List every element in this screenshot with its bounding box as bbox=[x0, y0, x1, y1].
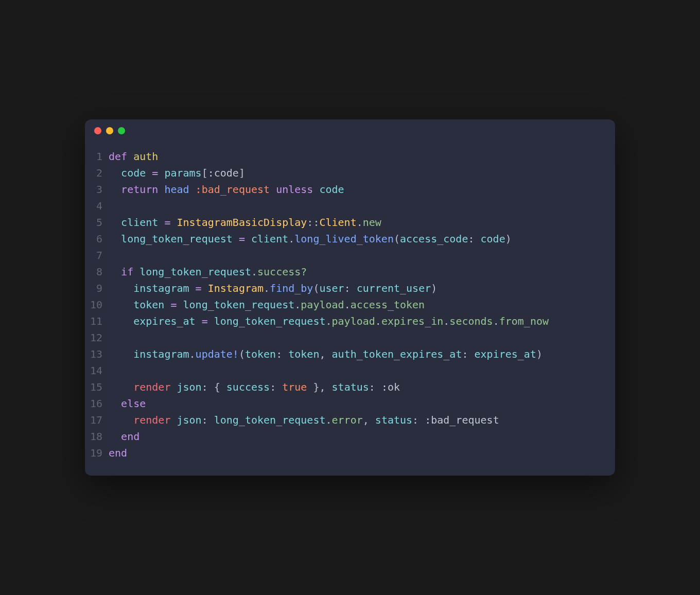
code-line[interactable]: 7 bbox=[89, 247, 605, 264]
code-content[interactable]: instagram = Instagram.find_by(user: curr… bbox=[109, 280, 605, 296]
zoom-icon[interactable] bbox=[118, 127, 125, 134]
line-number: 5 bbox=[89, 214, 109, 231]
line-number: 7 bbox=[89, 247, 109, 264]
code-content[interactable]: render json: long_token_request.error, s… bbox=[109, 412, 605, 428]
line-number: 16 bbox=[89, 395, 109, 412]
code-line[interactable]: 19end bbox=[89, 445, 605, 461]
code-content[interactable]: render json: { success: true }, status: … bbox=[109, 379, 605, 395]
minimize-icon[interactable] bbox=[106, 127, 113, 134]
code-content[interactable]: expires_at = long_token_request.payload.… bbox=[109, 313, 605, 329]
code-content[interactable]: return head :bad_request unless code bbox=[109, 181, 605, 198]
code-content[interactable]: code = params[:code] bbox=[109, 165, 605, 181]
code-content[interactable]: long_token_request = client.long_lived_t… bbox=[109, 231, 605, 247]
line-number: 19 bbox=[89, 445, 109, 461]
code-line[interactable]: 10 token = long_token_request.payload.ac… bbox=[89, 296, 605, 313]
code-line[interactable]: 1def auth bbox=[89, 148, 605, 165]
code-content[interactable]: client = InstagramBasicDisplay::Client.n… bbox=[109, 214, 605, 231]
code-line[interactable]: 2 code = params[:code] bbox=[89, 165, 605, 181]
code-line[interactable]: 4 bbox=[89, 198, 605, 214]
code-content[interactable]: def auth bbox=[109, 148, 605, 165]
close-icon[interactable] bbox=[94, 127, 101, 134]
code-content[interactable]: end bbox=[109, 428, 605, 445]
line-number: 2 bbox=[89, 165, 109, 181]
code-line[interactable]: 5 client = InstagramBasicDisplay::Client… bbox=[89, 214, 605, 231]
code-line[interactable]: 14 bbox=[89, 362, 605, 379]
code-line[interactable]: 13 instagram.update!(token: token, auth_… bbox=[89, 346, 605, 362]
code-line[interactable]: 12 bbox=[89, 329, 605, 346]
line-number: 17 bbox=[89, 412, 109, 428]
code-content[interactable] bbox=[109, 362, 605, 379]
line-number: 12 bbox=[89, 329, 109, 346]
code-content[interactable]: token = long_token_request.payload.acces… bbox=[109, 296, 605, 313]
line-number: 15 bbox=[89, 379, 109, 395]
line-number: 9 bbox=[89, 280, 109, 296]
code-content[interactable]: if long_token_request.success? bbox=[109, 264, 605, 280]
line-number: 1 bbox=[89, 148, 109, 165]
line-number: 14 bbox=[89, 362, 109, 379]
window-titlebar bbox=[85, 119, 615, 142]
line-number: 3 bbox=[89, 181, 109, 198]
line-number: 6 bbox=[89, 231, 109, 247]
code-line[interactable]: 17 render json: long_token_request.error… bbox=[89, 412, 605, 428]
code-content[interactable]: else bbox=[109, 395, 605, 412]
code-editor-window: 1def auth2 code = params[:code]3 return … bbox=[85, 119, 615, 476]
code-area[interactable]: 1def auth2 code = params[:code]3 return … bbox=[85, 142, 615, 476]
line-number: 18 bbox=[89, 428, 109, 445]
code-line[interactable]: 8 if long_token_request.success? bbox=[89, 264, 605, 280]
code-line[interactable]: 18 end bbox=[89, 428, 605, 445]
line-number: 10 bbox=[89, 296, 109, 313]
code-content[interactable] bbox=[109, 329, 605, 346]
line-number: 8 bbox=[89, 264, 109, 280]
code-content[interactable] bbox=[109, 247, 605, 264]
line-number: 4 bbox=[89, 198, 109, 214]
code-line[interactable]: 15 render json: { success: true }, statu… bbox=[89, 379, 605, 395]
code-content[interactable]: instagram.update!(token: token, auth_tok… bbox=[109, 346, 605, 362]
line-number: 11 bbox=[89, 313, 109, 329]
code-line[interactable]: 9 instagram = Instagram.find_by(user: cu… bbox=[89, 280, 605, 296]
code-line[interactable]: 3 return head :bad_request unless code bbox=[89, 181, 605, 198]
code-line[interactable]: 11 expires_at = long_token_request.paylo… bbox=[89, 313, 605, 329]
code-line[interactable]: 16 else bbox=[89, 395, 605, 412]
code-content[interactable]: end bbox=[109, 445, 605, 461]
line-number: 13 bbox=[89, 346, 109, 362]
code-content[interactable] bbox=[109, 198, 605, 214]
code-line[interactable]: 6 long_token_request = client.long_lived… bbox=[89, 231, 605, 247]
